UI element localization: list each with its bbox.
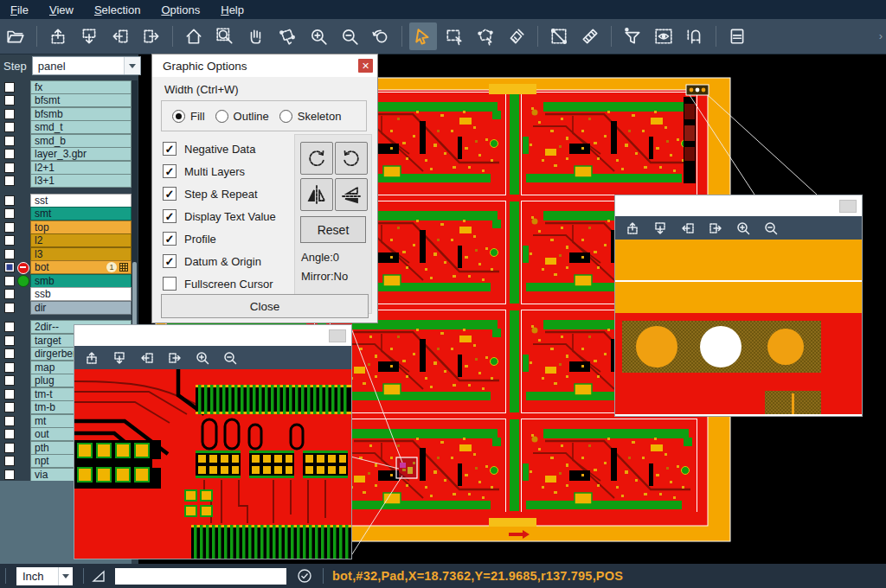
step-repeat-grid-icon[interactable]: [119, 263, 128, 272]
pan-left-button[interactable]: [106, 22, 134, 50]
layer-checkbox[interactable]: [4, 303, 15, 313]
zoom-previous-button[interactable]: [367, 22, 395, 50]
pan-down-button[interactable]: [649, 218, 671, 239]
unit-select[interactable]: Inch: [16, 567, 73, 585]
layer-checkbox[interactable]: [4, 362, 15, 373]
layer-checkbox[interactable]: [4, 389, 15, 399]
layer-row-smt[interactable]: smt: [0, 208, 132, 221]
layer-checkbox[interactable]: [4, 82, 15, 93]
checkbox-step-repeat[interactable]: ✓Step & Repeat: [163, 182, 276, 205]
layer-checkbox[interactable]: [4, 109, 15, 119]
magnifier-right-titlebar[interactable]: [615, 195, 862, 216]
close-icon[interactable]: ✕: [358, 59, 373, 73]
rect-select-button[interactable]: [440, 22, 468, 50]
layer-checkbox[interactable]: [4, 235, 15, 246]
window-button-icon[interactable]: [329, 329, 346, 342]
layers-panel-button[interactable]: [723, 22, 751, 50]
checkbox-fullscreen-cursor[interactable]: Fullscreen Cursor: [163, 272, 276, 295]
layer-checkbox[interactable]: [4, 163, 15, 173]
zoom-out-button[interactable]: [760, 218, 782, 239]
pan-right-button[interactable]: [164, 348, 186, 368]
menu-file[interactable]: File: [0, 2, 39, 18]
layer-checkbox[interactable]: [4, 402, 15, 412]
checkbox-datum-origin[interactable]: ✓Datum & Origin: [163, 250, 276, 272]
radio-skeleton[interactable]: Skeleton: [279, 110, 342, 123]
menu-options[interactable]: Options: [151, 2, 210, 18]
layer-checkbox[interactable]: [4, 322, 15, 332]
layer-checkbox[interactable]: [4, 429, 15, 439]
pan-up-button[interactable]: [621, 218, 644, 239]
layer-checkbox[interactable]: [4, 122, 15, 132]
layer-checkbox[interactable]: [4, 195, 15, 206]
zoom-in-button[interactable]: [191, 348, 214, 368]
zoom-in-button[interactable]: [732, 218, 754, 239]
layer-checkbox[interactable]: [4, 208, 15, 219]
layer-checkbox[interactable]: [4, 136, 15, 146]
magnifier-window-right[interactable]: [614, 195, 863, 417]
rotate-cw-button[interactable]: [300, 142, 333, 175]
mirror-horizontal-button[interactable]: [335, 178, 368, 211]
command-input[interactable]: [115, 568, 286, 585]
checkbox-profile[interactable]: ✓Profile: [163, 227, 276, 250]
radio-outline[interactable]: Outline: [215, 110, 269, 123]
layer-checkbox[interactable]: [4, 149, 15, 159]
layer-row-l3+1[interactable]: l3+1: [0, 175, 132, 189]
layer-row-dir[interactable]: dir: [0, 301, 132, 315]
layer-checkbox[interactable]: [4, 470, 15, 480]
layer-checkbox[interactable]: [4, 222, 15, 233]
layer-checkbox[interactable]: [4, 289, 15, 299]
dialog-title[interactable]: Graphic Options: [152, 54, 377, 77]
window-button-icon[interactable]: [839, 200, 857, 213]
polygon-select-button[interactable]: [472, 22, 499, 50]
layer-row-top[interactable]: top: [0, 220, 132, 234]
magnifier-window-left[interactable]: [74, 324, 352, 559]
pan-left-button[interactable]: [136, 348, 158, 368]
pan-up-button[interactable]: [44, 22, 72, 50]
layer-row-bfsmb[interactable]: bfsmb: [0, 107, 132, 121]
layer-checkbox[interactable]: [4, 375, 15, 386]
pan-up-button[interactable]: [80, 348, 103, 368]
select-cursor-button[interactable]: [409, 22, 437, 50]
drag-zoom-button[interactable]: [273, 22, 301, 50]
layer-checkbox[interactable]: [4, 176, 15, 186]
open-folder-button[interactable]: [2, 22, 29, 50]
checkbox-display-text-value[interactable]: ✓Display Text Value: [163, 205, 276, 227]
close-button[interactable]: Close: [161, 294, 369, 318]
pan-down-button[interactable]: [108, 348, 131, 368]
layer-checkbox[interactable]: [4, 249, 15, 259]
zoom-out-button[interactable]: [219, 348, 241, 368]
step-select[interactable]: panel: [32, 56, 141, 75]
pan-hand-button[interactable]: [242, 22, 270, 50]
layer-row-l2+1[interactable]: l2+1: [0, 161, 132, 175]
show-in-box-button[interactable]: [650, 22, 677, 50]
apply-check-icon[interactable]: [297, 568, 312, 584]
clear-brush-button[interactable]: [503, 22, 530, 50]
toolbar-overflow-chevron[interactable]: ›: [879, 29, 883, 42]
home-view-button[interactable]: [180, 22, 208, 50]
layer-checkbox[interactable]: [4, 348, 15, 359]
layer-row-bfsmt[interactable]: bfsmt: [0, 94, 132, 108]
layer-row-smd_b[interactable]: smd_b: [0, 134, 132, 148]
zoom-out-button[interactable]: [336, 22, 363, 50]
ruler-button[interactable]: [576, 22, 604, 50]
snap-magnet-button[interactable]: [681, 22, 709, 50]
checkbox-negative-data[interactable]: ✓Negative Data: [163, 137, 276, 160]
menu-view[interactable]: View: [39, 2, 84, 18]
layer-checkbox[interactable]: [4, 416, 15, 426]
rotate-ccw-button[interactable]: [335, 142, 368, 175]
zoom-region-button[interactable]: [211, 22, 239, 50]
layer-row-smb[interactable]: smb: [0, 274, 132, 288]
menu-selection[interactable]: Selection: [84, 2, 151, 18]
layer-row-bot[interactable]: bot1: [0, 261, 132, 275]
layer-row-ssb[interactable]: ssb: [0, 288, 132, 302]
layer-row-smd_t[interactable]: smd_t: [0, 121, 132, 135]
pan-right-button[interactable]: [704, 218, 727, 239]
layer-row-l2[interactable]: l2: [0, 234, 132, 248]
mirror-vertical-button[interactable]: [300, 178, 333, 211]
layer-checkbox[interactable]: [4, 95, 15, 105]
layer-checkbox[interactable]: [4, 443, 15, 453]
menu-help[interactable]: Help: [210, 2, 254, 18]
pan-left-button[interactable]: [677, 218, 699, 239]
radio-fill[interactable]: Fill: [172, 110, 205, 123]
angle-mode-icon[interactable]: [91, 568, 106, 584]
